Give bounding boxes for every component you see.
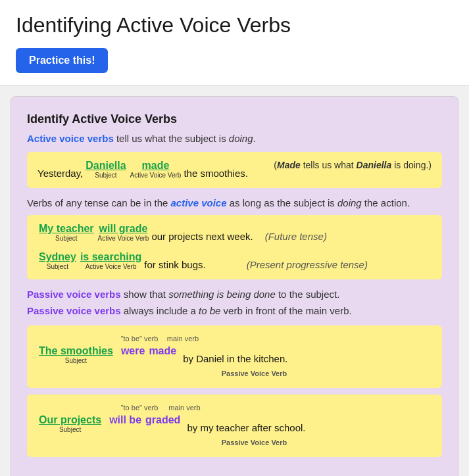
intro-line: Active voice verbs tell us what the subj… [27,133,442,144]
passive2-to-be-group: will be [109,414,141,433]
example1-box: Yesterday, Daniella Subject made Active … [27,152,442,188]
practice-button[interactable]: Practice this! [16,48,108,73]
example1-note-name: Daniella [357,160,392,170]
passive2-suffix: by my teacher after school. [187,422,305,433]
example2b-verb-group: is searching Active Voice Verb [80,251,141,270]
example2b-suffix: for stink bugs. [144,259,205,270]
example2a-sentence: My teacher Subject will grade Active Voi… [37,223,432,242]
passive-example2-box: "to be" verb main verb Our projects Subj… [27,394,442,457]
example2a-block: My teacher Subject will grade Active Voi… [37,223,432,242]
passive1-main-word: made [149,345,176,357]
passive2-to-be-spacer [124,426,126,433]
passive1-to-be-word: were [121,345,145,357]
example1-verb-word: made [142,160,170,172]
passive2-verb-label-container: Passive Voice Verb [37,436,432,448]
passive1-main-group: made [149,345,176,364]
example2b-subject-label: Subject [47,263,68,270]
example2a-subject-label: Subject [55,235,77,242]
intro-text: tell us what the subject is doing. [116,133,256,144]
middle-text: Verbs of any tense can be in the active … [27,197,442,208]
passive1-subject-word: The smoothies [39,345,113,357]
header: Identifying Active Voice Verbs Practice … [0,0,469,85]
passive1-main-label: main verb [166,335,199,343]
passive2-to-be-label: "to be" verb [116,404,162,412]
example2a-tense: (Future tense) [265,231,327,242]
passive2-subject-group: Our projects Subject [39,414,101,433]
passive1-to-be-group: were [121,345,145,364]
example2a-suffix: our projects next week. [151,231,253,242]
example2b-verb-phrase: is searching [80,251,141,263]
example1-note: (Made tells us what Daniella is doing.) [267,160,432,170]
passive2-main-word: graded [145,414,180,426]
example1-prefix: Yesterday, [37,168,83,179]
passive2-main-spacer [162,426,164,433]
example2b-verb-label: Active Voice Verb [86,263,137,270]
active-voice-verbs-label: Active voice verbs [27,133,114,144]
example1-row: Yesterday, Daniella Subject made Active … [37,160,432,180]
example1-sentence: Yesterday, Daniella Subject made Active … [37,160,262,179]
passive1-to-be-label: "to be" verb [116,335,162,343]
passive-intro2: Passive voice verbs always include a to … [27,305,442,316]
example2a-verb-phrase: will grade [99,223,148,235]
example2-box: My teacher Subject will grade Active Voi… [27,215,442,279]
passive1-suffix: by Daniel in the kitchen. [183,353,287,364]
example1-subject-label: Subject [95,172,116,179]
passive-text2: always include a to be verb in front of … [124,305,352,316]
passive1-subject-group: The smoothies Subject [39,345,113,364]
passive-example1-box: "to be" verb main verb The smoothies Sub… [27,325,442,388]
example2b-sentence: Sydney Subject is searching Active Voice… [37,251,432,270]
passive1-verb-label-container: Passive Voice Verb [37,367,432,379]
example1-verb-group: made Active Voice Verb [130,160,182,179]
passive2-subject-label: Subject [59,426,81,433]
passive-example1-labels: "to be" verb main verb [37,335,432,344]
passive1-subject-label: Subject [65,357,87,364]
passive1-to-be-spacer [132,357,134,364]
example2b-subject-word: Sydney [39,251,76,263]
example1-note-bold: Made [277,160,301,170]
passive1-main-spacer [162,357,164,364]
passive-verbs-label2: Passive voice verbs [27,305,121,316]
example2a-subject-group: My teacher Subject [39,223,94,242]
example2a-verb-group: will grade Active Voice Verb [98,223,149,242]
passive-example1-sentence: The smoothies Subject were made by Danie… [37,345,432,364]
passive2-main-label: main verb [166,404,203,412]
passive2-main-group: graded [145,414,180,433]
content-section: Identify Active Voice Verbs Active voice… [11,96,458,476]
example2b-block: Sydney Subject is searching Active Voice… [37,251,432,270]
example2b-tense: (Present progressive tense) [247,259,368,270]
passive-example2-labels: "to be" verb main verb [37,404,432,413]
example1-subject-group: Daniella Subject [86,160,126,179]
passive1-verb-label: Passive Voice Verb [222,369,287,377]
passive2-to-be-word: will be [109,414,141,426]
example2a-subject-word: My teacher [39,223,94,235]
example1-subject-word: Daniella [86,160,126,172]
example1-main: Yesterday, Daniella Subject made Active … [37,160,262,180]
example2a-verb-label: Active Voice Verb [98,235,149,242]
passive-example2-sentence: Our projects Subject will be graded by m… [37,414,432,433]
passive2-verb-label: Passive Voice Verb [222,439,287,446]
passive-text1: show that something is being done to the… [124,289,340,300]
page-title: Identifying Active Voice Verbs [16,13,453,37]
example2b-subject-group: Sydney Subject [39,251,76,270]
passive-verbs-label1: Passive voice verbs [27,289,121,300]
section-heading: Identify Active Voice Verbs [27,112,442,126]
example1-suffix: the smoothies. [184,168,248,179]
passive-intro1: Passive voice verbs show that something … [27,289,442,300]
example1-verb-label: Active Voice Verb [130,172,182,179]
passive2-subject-word: Our projects [39,414,101,426]
active-voice-inline: active voice [170,197,226,208]
